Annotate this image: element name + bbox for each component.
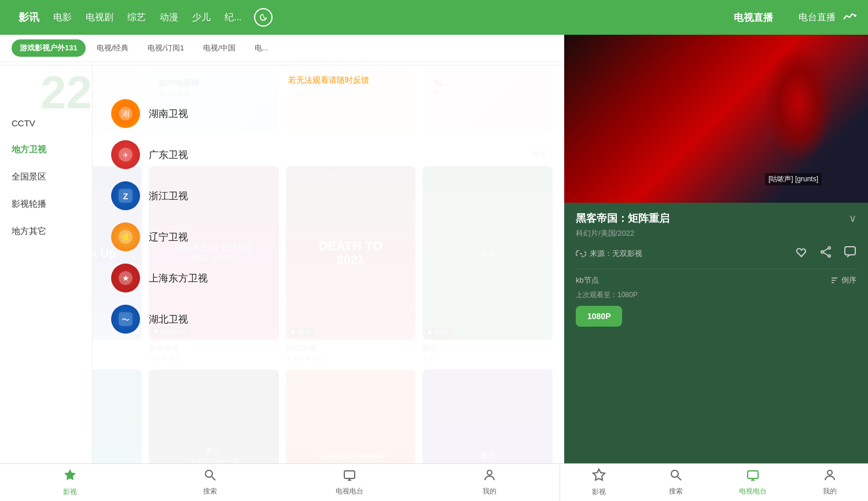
channel-item-4[interactable]: ★ 上海东方卫视	[104, 259, 553, 297]
channel-item-0[interactable]: 湘 湖南卫视	[104, 94, 553, 133]
svg-point-0	[854, 14, 856, 17]
dropdown-item-yingshi[interactable]: 影视轮播	[0, 191, 92, 218]
bottom-nav-right: 影视 搜索 电视电台 我的	[560, 464, 868, 501]
channel-logo-hunan: 湘	[111, 99, 140, 128]
nav-dianying[interactable]: 电影	[46, 12, 79, 24]
left-panel: 榜单 分类 › 实时电影榜 每小时更新 1 实时电视榜 每小时更新 2 口碑榜 …	[0, 35, 564, 463]
channel-tab-2[interactable]: 电视/订阅1	[139, 39, 192, 57]
svg-line-28	[678, 477, 681, 480]
search-icon-r	[670, 469, 682, 485]
dropdown-item-quanguo[interactable]: 全国景区	[0, 163, 92, 191]
channel-item-5[interactable]: 〜 湖北卫视	[104, 300, 553, 338]
nav-live-radio[interactable]: 电台直播	[792, 12, 843, 24]
nav-dianshiju[interactable]: 电视剧	[79, 12, 120, 24]
search-label: 搜索	[203, 487, 217, 496]
mine-label: 我的	[483, 487, 496, 496]
channel-tab-0[interactable]: 游戏影视户外131	[12, 39, 86, 57]
svg-text:⭐: ⭐	[121, 232, 131, 242]
channel-name-2: 浙江卫视	[149, 189, 188, 203]
search-label-r: 搜索	[669, 487, 683, 496]
svg-line-21	[212, 477, 215, 480]
channel-tab-1[interactable]: 电视/经典	[89, 39, 137, 57]
channel-tab-3[interactable]: 电视/中国	[195, 39, 244, 57]
tv-icon-r	[746, 469, 759, 485]
channel-item-2[interactable]: Z 浙江卫视	[104, 177, 553, 215]
bottom-nav-tv[interactable]: 电视电台	[280, 464, 420, 501]
live-section: 电视直播 电台直播	[727, 11, 843, 24]
svg-point-15	[828, 255, 830, 257]
last-watched-label: 上次观看至：1080P	[576, 290, 856, 300]
dropdown-big-num: 22	[41, 70, 92, 116]
reverse-order-btn[interactable]: 倒序	[830, 275, 856, 286]
svg-text:湘: 湘	[122, 109, 130, 118]
right-panel: [咕哝声] [grunts] 黑客帝国：矩阵重启 ∨ 科幻片/美国/2022 来…	[564, 35, 868, 463]
tv-label: 电视电台	[336, 487, 363, 496]
svg-text:〜: 〜	[122, 315, 130, 324]
bottom-nav: 影视 搜索 电视电台 我的 影视	[0, 463, 868, 501]
bottom-nav-yingshi[interactable]: 影视	[0, 464, 140, 501]
dropdown-warning: 若无法观看请随时反馈	[104, 75, 553, 86]
video-source: 来源：无双影视	[576, 248, 784, 259]
svg-point-14	[821, 251, 823, 253]
video-title: 黑客帝国：矩阵重启	[576, 211, 670, 225]
channel-logo-shanghai: ★	[111, 264, 140, 292]
share-btn[interactable]	[819, 246, 832, 262]
trend-icon[interactable]	[843, 10, 856, 25]
yingshi-icon-r	[592, 468, 606, 485]
video-expand-btn[interactable]: ∨	[849, 212, 856, 225]
bottom-nav-search[interactable]: 搜索	[140, 464, 280, 501]
channel-name-1: 广东卫视	[149, 148, 188, 162]
bottom-nav-yingshi-r[interactable]: 影视	[560, 464, 637, 501]
yingshi-label-r: 影视	[592, 487, 606, 497]
bottom-nav-left: 影视 搜索 电视电台 我的	[0, 464, 560, 501]
main-body: 榜单 分类 › 实时电影榜 每小时更新 1 实时电视榜 每小时更新 2 口碑榜 …	[0, 35, 868, 463]
svg-rect-29	[748, 471, 758, 478]
tv-label-r: 电视电台	[739, 487, 767, 496]
svg-point-27	[671, 470, 678, 477]
bottom-nav-tv-r[interactable]: 电视电台	[714, 464, 791, 501]
video-actions: 来源：无双影视	[576, 246, 856, 262]
comment-btn[interactable]	[844, 246, 856, 262]
nav-yingxun[interactable]: 影讯	[12, 10, 46, 24]
svg-text:Z: Z	[123, 192, 128, 201]
tv-icon	[343, 469, 356, 485]
nav-live-tv[interactable]: 电视直播	[727, 11, 780, 24]
video-info-panel: 黑客帝国：矩阵重启 ∨ 科幻片/美国/2022 来源：无双影视	[564, 203, 868, 463]
favorite-btn[interactable]	[795, 246, 808, 262]
video-player[interactable]: [咕哝声] [grunts]	[564, 35, 868, 203]
bottom-nav-mine[interactable]: 我的	[420, 464, 560, 501]
dropdown-item-other[interactable]: 地方其它	[0, 218, 92, 245]
video-subtitle: [咕哝声] [grunts]	[765, 173, 822, 185]
video-meta: 科幻片/美国/2022	[576, 228, 856, 239]
svg-point-20	[205, 470, 212, 477]
history-icon[interactable]	[254, 8, 273, 27]
video-figure	[764, 46, 833, 162]
dropdown-left-menu: CCTV 地方卫视 全国景区 影视轮播 地方其它	[0, 64, 93, 463]
channel-list: 湘 湖南卫视 ✈ 广东卫视 Z	[104, 94, 553, 338]
channel-name-3: 辽宁卫视	[149, 231, 188, 244]
dropdown-channel-list: 若无法观看请随时反馈 湘 湖南卫视 ✈ 广东卫视	[93, 64, 564, 463]
nav-zongyi[interactable]: 综艺	[120, 12, 153, 24]
svg-point-25	[487, 470, 492, 475]
channel-logo-zhejiang: Z	[111, 181, 140, 210]
top-navigation: 影讯 电影 电视剧 综艺 动漫 少儿 纪... 电视直播 电台直播	[0, 0, 868, 35]
mine-label-r: 我的	[823, 487, 837, 496]
svg-line-17	[823, 248, 828, 251]
nav-dongman[interactable]: 动漫	[153, 12, 185, 24]
channel-item-1[interactable]: ✈ 广东卫视	[104, 136, 553, 174]
quality-btn[interactable]: 1080P	[576, 306, 622, 327]
video-bg: [咕哝声] [grunts]	[564, 35, 868, 203]
yingshi-label: 影视	[63, 487, 77, 497]
nav-ji[interactable]: 纪...	[218, 12, 248, 24]
dropdown-item-difang[interactable]: 地方卫视	[0, 136, 92, 163]
channel-name-4: 上海东方卫视	[149, 272, 208, 285]
bottom-nav-mine-r[interactable]: 我的	[791, 464, 868, 501]
bottom-nav-search-r[interactable]: 搜索	[637, 464, 714, 501]
channel-logo-hubei: 〜	[111, 305, 140, 334]
channel-item-3[interactable]: ⭐ 辽宁卫视	[104, 218, 553, 256]
nav-shaoe[interactable]: 少儿	[185, 12, 218, 24]
mine-icon	[483, 469, 496, 485]
reverse-icon	[830, 276, 839, 285]
channel-tab-4[interactable]: 电...	[247, 39, 277, 57]
channel-name-5: 湖北卫视	[149, 313, 188, 326]
